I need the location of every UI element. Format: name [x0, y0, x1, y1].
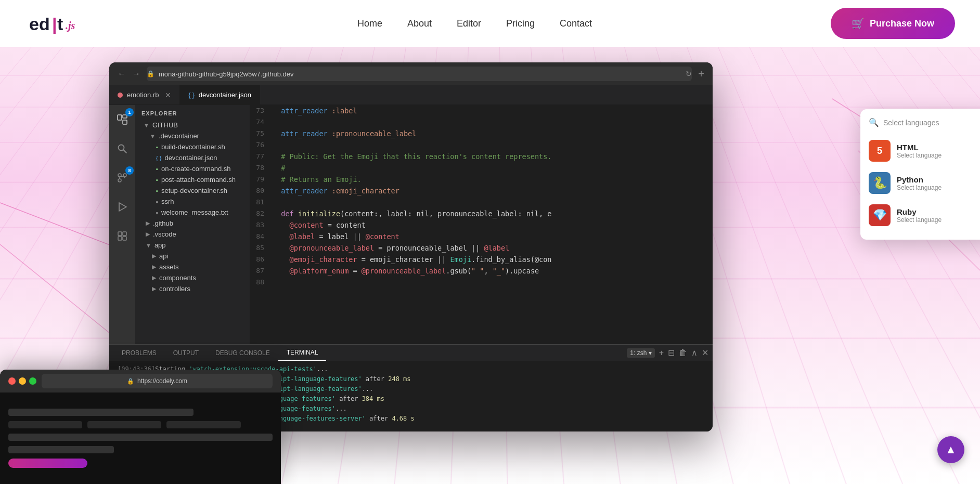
code-line-76 [273, 139, 713, 151]
source-control-icon[interactable]: 8 [113, 168, 132, 187]
html-logo: 5 [869, 140, 891, 162]
lock-icon: 🔒 [147, 70, 154, 77]
dot-github-folder[interactable]: ▶ .github [135, 218, 250, 229]
components-folder[interactable]: ▶ components [135, 272, 250, 283]
run-icon[interactable] [113, 198, 132, 216]
source-control-badge: 8 [125, 166, 134, 175]
lang-item-ruby[interactable]: 💎 Ruby Select language [869, 199, 980, 231]
svg-rect-18 [118, 232, 122, 236]
close-traffic-light[interactable] [8, 377, 16, 385]
html-sub: Select language [897, 152, 942, 159]
controllers-folder[interactable]: ▶ controllers [135, 283, 250, 294]
tab-bar: emotion.rb ✕ { } devcontainer.json [109, 85, 713, 105]
minimize-traffic-light[interactable] [19, 377, 26, 385]
nav-about[interactable]: About [407, 18, 432, 29]
debug-console-tab[interactable]: DEBUG CONSOLE [207, 345, 278, 361]
file-dot-icon [118, 93, 123, 98]
tab-close-icon[interactable]: ✕ [165, 91, 171, 99]
chevron-down-icon: ▼ [144, 122, 149, 128]
devcontainer-folder[interactable]: ▼ .devcontainer [135, 130, 250, 141]
tab-devcontainer-label: devcontainer.json [199, 91, 251, 99]
code-line-74 [273, 116, 713, 128]
code-area: 73 74 75 76 77 78 79 80 81 82 83 84 85 8… [250, 105, 713, 344]
problems-tab[interactable]: PROBLEMS [113, 345, 165, 361]
extensions-icon[interactable] [113, 227, 132, 245]
devcontainer-label: .devcontainer [159, 132, 199, 140]
file-devcontainer-json[interactable]: { } devcontainer.json [135, 152, 250, 163]
chevron-right-icon6: ▶ [152, 285, 156, 292]
file-post-attach[interactable]: ▪ post-attach-command.sh [135, 174, 250, 185]
terminal-tab[interactable]: TERMINAL [278, 345, 327, 361]
browser-url-text: https://codely.com [137, 377, 187, 385]
svg-line-5 [0, 244, 109, 333]
code-line-73: attr_reader :label [273, 105, 713, 116]
line-numbers: 73 74 75 76 77 78 79 80 81 82 83 84 85 8… [250, 105, 270, 344]
scroll-to-top-button[interactable]: ▲ [937, 436, 964, 463]
browser-bar: ← → 🔒 mona-github-github-g59jpq2w5w7.git… [109, 62, 713, 85]
tab-emotion-rb[interactable]: emotion.rb ✕ [109, 85, 180, 104]
file-build-sh[interactable]: ▪ build-devcontainer.sh [135, 141, 250, 152]
svg-rect-10 [123, 120, 127, 124]
file-setup[interactable]: ▪ setup-devcontainer.sh [135, 185, 250, 196]
file-on-create[interactable]: ▪ on-create-command.sh [135, 163, 250, 174]
maximize-traffic-light[interactable] [29, 377, 36, 385]
add-tab-button[interactable]: + [698, 68, 704, 80]
shell-selector[interactable]: 1: zsh ▾ [627, 348, 654, 358]
nav-pricing[interactable]: Pricing [506, 18, 535, 29]
svg-text:ed: ed [29, 14, 50, 34]
app-folder[interactable]: ▼ app [135, 240, 250, 251]
code-line-83: @content = content [273, 219, 713, 231]
explorer-badge: 1 [125, 108, 134, 116]
new-terminal-button[interactable]: + [659, 348, 664, 358]
python-logo: 🐍 [869, 172, 891, 194]
forward-button[interactable]: → [132, 69, 140, 79]
terminal-up-button[interactable]: ∧ [691, 348, 698, 358]
search-icon[interactable] [113, 139, 132, 158]
lang-item-python[interactable]: 🐍 Python Select language [869, 167, 980, 199]
python-name: Python [897, 175, 942, 184]
placeholder-bar-3 [8, 446, 114, 453]
url-bar[interactable]: 🔒 mona-github-github-g59jpq2w5w7.github.… [147, 67, 692, 81]
tab-devcontainer[interactable]: { } devcontainer.json [180, 85, 260, 104]
file-ssrh[interactable]: ▪ ssrh [135, 196, 250, 207]
trash-terminal-button[interactable]: 🗑 [679, 348, 687, 358]
purchase-label: Purchase Now [870, 18, 934, 29]
nav-links: Home About Editor Pricing Contact [357, 18, 592, 29]
assets-folder[interactable]: ▶ assets [135, 261, 250, 272]
app-label: app [154, 241, 166, 249]
nav-editor[interactable]: Editor [457, 18, 481, 29]
terminal-close-button[interactable]: ✕ [702, 348, 708, 358]
code-line-82: def initialize(content:, label: nil, pro… [273, 208, 713, 219]
code-line-75: attr_reader :pronounceable_label [273, 128, 713, 139]
sh-icon2: ▪ [156, 166, 158, 172]
terminal-tabs: PROBLEMS OUTPUT DEBUG CONSOLE TERMINAL 1… [109, 345, 713, 361]
github-folder[interactable]: ▼ GITHUB [135, 120, 250, 130]
code-lines: 73 74 75 76 77 78 79 80 81 82 83 84 85 8… [250, 105, 713, 344]
nav-contact[interactable]: Contact [560, 18, 592, 29]
output-tab[interactable]: OUTPUT [165, 345, 207, 361]
github-label: GITHUB [152, 121, 178, 129]
browser-url-bar2[interactable]: 🔒 https://codely.com [42, 374, 273, 388]
dot-github-label: .github [153, 219, 173, 227]
editor-body: 1 8 [109, 105, 713, 344]
placeholder-bar-1 [8, 409, 194, 416]
lang-search-bar[interactable]: 🔍 Select languages [869, 117, 980, 127]
placeholder-bars [8, 409, 273, 468]
nav-home[interactable]: Home [357, 18, 382, 29]
code-content[interactable]: attr_reader :label attr_reader :pronounc… [270, 105, 713, 344]
back-button[interactable]: ← [118, 69, 126, 79]
split-terminal-button[interactable]: ⊟ [668, 348, 675, 358]
txt-icon2: ▪ [156, 210, 158, 216]
browser-mockup: 🔒 https://codely.com [0, 370, 281, 484]
logo-svg: ed | t .js [25, 9, 119, 37]
svg-line-12 [123, 150, 126, 153]
explorer-icon[interactable]: 1 [113, 110, 132, 129]
placeholder-row-1 [8, 421, 273, 428]
dot-vscode-folder[interactable]: ▶ .vscode [135, 229, 250, 240]
lang-item-html[interactable]: 5 HTML Select language [869, 135, 980, 167]
api-folder[interactable]: ▶ api [135, 251, 250, 261]
chevron-right-icon: ▶ [146, 220, 150, 227]
chevron-right-icon4: ▶ [152, 264, 156, 270]
purchase-button[interactable]: 🛒 Purchase Now [831, 8, 955, 39]
file-welcome[interactable]: ▪ welcome_message.txt [135, 207, 250, 218]
